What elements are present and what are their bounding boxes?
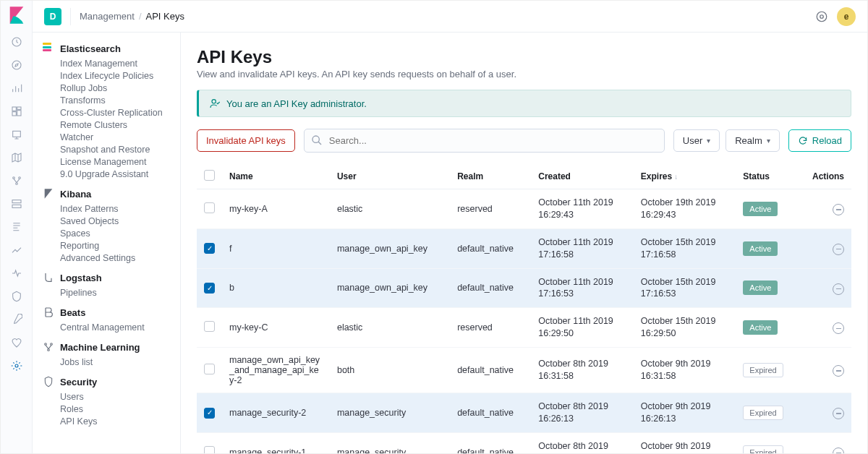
- sidenav-section-title[interactable]: Security: [43, 376, 176, 387]
- breadcrumb-parent[interactable]: Management: [80, 11, 135, 22]
- cell-realm: reserved: [450, 308, 531, 348]
- sidenav-item[interactable]: Advanced Settings: [60, 253, 176, 263]
- sidenav-item[interactable]: Watcher: [60, 132, 176, 142]
- cell-actions: [799, 308, 851, 348]
- row-checkbox[interactable]: [204, 202, 215, 213]
- rail-logs-icon[interactable]: [10, 220, 23, 234]
- invalidate-row-icon[interactable]: [833, 244, 844, 255]
- sidenav-section: SecurityUsersRolesAPI Keys: [43, 376, 176, 427]
- rail-discover-icon[interactable]: [10, 59, 23, 72]
- invalidate-button[interactable]: Invalidate API keys: [197, 129, 295, 152]
- invalidate-row-icon[interactable]: [833, 365, 844, 377]
- sidenav-item[interactable]: License Management: [60, 157, 176, 167]
- col-name[interactable]: Name: [222, 164, 330, 189]
- sidenav-section-title[interactable]: Logstash: [43, 272, 176, 283]
- svg-rect-6: [12, 131, 20, 137]
- rail-siem-icon[interactable]: [10, 290, 23, 303]
- sidenav-item[interactable]: Central Management: [60, 322, 176, 333]
- row-checkbox[interactable]: [204, 364, 215, 374]
- cell-created: October 8th 201916:26:13: [531, 393, 634, 433]
- sidenav-item[interactable]: 9.0 Upgrade Assistant: [60, 169, 176, 179]
- rail-dashboard-icon[interactable]: [10, 105, 23, 118]
- sidenav-item[interactable]: Snapshot and Restore: [60, 145, 176, 155]
- invalidate-row-icon[interactable]: [833, 283, 844, 295]
- sidenav-item[interactable]: Users: [60, 392, 176, 402]
- svg-point-16: [51, 343, 53, 346]
- cell-user: manage_own_api_key: [330, 228, 450, 268]
- content-area: API Keys View and invalidate API keys. A…: [181, 33, 867, 453]
- sidenav-item[interactable]: Reporting: [60, 241, 176, 251]
- col-expires[interactable]: Expires↓: [634, 164, 736, 189]
- user-avatar[interactable]: e: [837, 7, 856, 26]
- kibana-logo[interactable]: [7, 5, 27, 25]
- sidenav-section-title[interactable]: Machine Learning: [43, 341, 176, 353]
- rail-recent-icon[interactable]: [10, 35, 23, 48]
- sidenav-section-title[interactable]: Kibana: [43, 188, 176, 200]
- sidenav-item[interactable]: API Keys: [60, 416, 176, 427]
- col-realm[interactable]: Realm: [450, 164, 531, 189]
- cell-created: October 11th 201917:16:53: [531, 268, 634, 308]
- svg-rect-3: [17, 107, 20, 109]
- col-status[interactable]: Status: [736, 164, 798, 189]
- cell-created: October 8th 201916:31:58: [531, 348, 634, 393]
- row-checkbox[interactable]: [204, 321, 215, 332]
- rail-devtools-icon[interactable]: [10, 313, 23, 326]
- sidenav-item[interactable]: Index Patterns: [60, 204, 176, 214]
- newsfeed-icon[interactable]: [815, 10, 828, 23]
- cell-expires: October 19th 201916:29:43: [634, 189, 736, 229]
- icon-rail: [1, 1, 33, 453]
- space-selector[interactable]: D: [44, 8, 61, 25]
- search-input[interactable]: [304, 129, 665, 153]
- sidenav-item[interactable]: Remote Clusters: [60, 120, 176, 130]
- sidenav-item[interactable]: Transforms: [60, 95, 176, 106]
- reload-button[interactable]: Reload: [788, 129, 851, 152]
- rail-canvas-icon[interactable]: [10, 128, 23, 141]
- sidenav-item[interactable]: Rollup Jobs: [60, 83, 176, 93]
- sidenav-item[interactable]: Cross-Cluster Replication: [60, 108, 176, 118]
- cell-actions: [799, 189, 851, 229]
- cell-user: both: [330, 348, 450, 393]
- rail-ml-icon[interactable]: [10, 174, 23, 187]
- invalidate-row-icon[interactable]: [833, 204, 844, 215]
- sidenav-section: LogstashPipelines: [43, 272, 176, 298]
- row-checkbox[interactable]: [204, 408, 215, 419]
- table-row: fmanage_own_api_keydefault_nativeOctober…: [197, 228, 851, 268]
- cell-expires: October 9th 201916:31:58: [634, 348, 736, 393]
- svg-point-1: [12, 61, 21, 69]
- sidenav-item[interactable]: Index Management: [60, 59, 176, 69]
- col-created[interactable]: Created: [531, 164, 634, 189]
- col-user[interactable]: User: [330, 164, 450, 189]
- cell-actions: [799, 268, 851, 308]
- sidenav-section-title[interactable]: Elasticsearch: [43, 43, 176, 54]
- invalidate-row-icon[interactable]: [833, 322, 844, 334]
- cell-actions: [799, 348, 851, 393]
- row-checkbox[interactable]: [204, 446, 215, 453]
- rail-apm-icon[interactable]: [10, 244, 23, 257]
- sidenav-item[interactable]: Index Lifecycle Policies: [60, 71, 176, 81]
- chevron-down-icon: ▾: [767, 137, 770, 145]
- sidenav-item[interactable]: Spaces: [60, 228, 176, 239]
- filter-user-button[interactable]: User▾: [673, 129, 720, 152]
- rail-maps-icon[interactable]: [10, 151, 23, 164]
- sidenav-item[interactable]: Saved Objects: [60, 216, 176, 226]
- sidenav-item[interactable]: Jobs list: [60, 357, 176, 367]
- svg-point-14: [820, 14, 824, 18]
- rail-uptime-icon[interactable]: [10, 267, 23, 280]
- sidenav-section-title[interactable]: Beats: [43, 307, 176, 318]
- status-badge: Active: [743, 241, 778, 256]
- svg-point-13: [817, 12, 827, 22]
- invalidate-row-icon[interactable]: [833, 408, 844, 419]
- sidenav-item[interactable]: Pipelines: [60, 288, 176, 298]
- rail-visualize-icon[interactable]: [10, 82, 23, 95]
- row-checkbox[interactable]: [204, 243, 215, 254]
- cell-realm: reserved: [450, 189, 531, 229]
- cell-name: manage_security-2: [222, 393, 330, 433]
- filter-realm-button[interactable]: Realm▾: [726, 129, 780, 152]
- rail-management-icon[interactable]: [10, 359, 23, 372]
- select-all-checkbox[interactable]: [204, 170, 215, 181]
- row-checkbox[interactable]: [204, 283, 215, 294]
- sidenav-item[interactable]: Roles: [60, 404, 176, 414]
- rail-monitoring-icon[interactable]: [10, 336, 23, 349]
- invalidate-row-icon[interactable]: [833, 447, 844, 453]
- rail-infra-icon[interactable]: [10, 197, 23, 210]
